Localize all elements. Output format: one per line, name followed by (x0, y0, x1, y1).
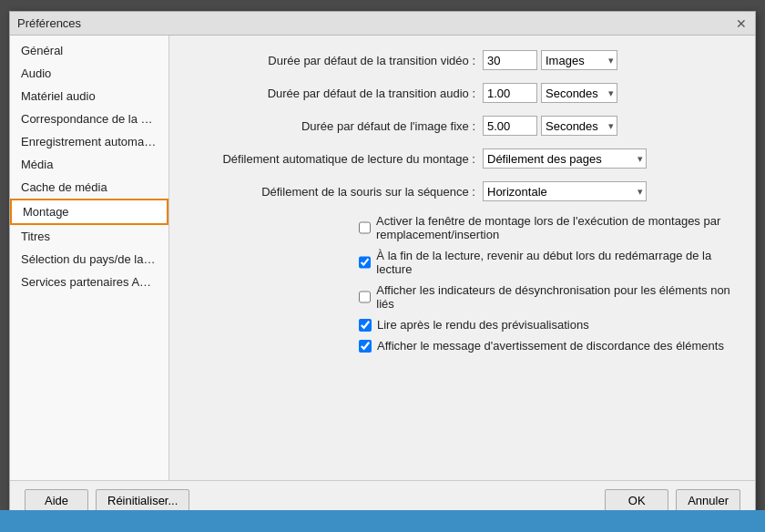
help-button[interactable]: Aide (25, 489, 88, 513)
dialog-title: Préférences (17, 16, 81, 30)
label-transition-video: Durée par défaut de la transition vidéo … (191, 54, 483, 67)
sidebar-item-cache-media[interactable]: Cache de média (10, 176, 168, 199)
label-defilement-auto: Défilement automatique de lecture du mon… (191, 152, 483, 166)
sidebar-item-selection-pays[interactable]: Sélection du pays/de la région (10, 248, 168, 271)
footer-left: Aide Réinitialiser... (25, 489, 189, 513)
checkbox-label-afficher-indicateurs: Afficher les indicateurs de désynchronis… (376, 283, 733, 311)
checkbox-label-activer-fenetre: Activer la fenêtre de montage lors de l'… (376, 214, 733, 241)
select-wrapper-image-fixe: SecondesImages (541, 116, 617, 136)
checkbox-afficher-indicateurs[interactable] (359, 291, 371, 303)
taskbar (0, 510, 765, 532)
dialog-content: GénéralAudioMatériel audioCorrespondance… (10, 36, 755, 480)
checkbox-row-afficher-message: Afficher le message d'avertissement de d… (359, 339, 733, 353)
checkbox-row-fin-lecture: À la fin de la lecture, revenir au début… (359, 249, 733, 276)
checkbox-row-activer-fenetre: Activer la fenêtre de montage lors de l'… (359, 214, 733, 241)
sidebar-item-media[interactable]: Média (10, 153, 168, 176)
form-row-defilement-souris: Défilement de la souris sur la séquence … (191, 181, 733, 201)
sidebar-item-general[interactable]: Général (10, 39, 168, 62)
checkbox-label-afficher-message: Afficher le message d'avertissement de d… (377, 339, 724, 353)
main-panel: Durée par défaut de la transition vidéo … (169, 36, 755, 480)
preferences-dialog: Préférences ✕ GénéralAudioMatériel audio… (9, 11, 756, 521)
checkbox-fin-lecture[interactable] (359, 256, 371, 269)
select-transition-audio[interactable]: SecondesImages (541, 83, 617, 103)
sidebar-item-correspondance[interactable]: Correspondance de la sortie audio (10, 107, 168, 130)
label-transition-audio: Durée par défaut de la transition audio … (191, 87, 483, 100)
select-image-fixe[interactable]: SecondesImages (541, 116, 617, 136)
checkboxes-section: Activer la fenêtre de montage lors de l'… (191, 214, 733, 353)
form-row-defilement-auto: Défilement automatique de lecture du mon… (191, 148, 733, 169)
checkbox-afficher-message[interactable] (359, 340, 372, 353)
sidebar: GénéralAudioMatériel audioCorrespondance… (10, 36, 169, 480)
form-row-image-fixe: Durée par défaut de l'image fixe :Second… (191, 116, 733, 136)
checkbox-row-afficher-indicateurs: Afficher les indicateurs de désynchronis… (359, 283, 733, 311)
title-bar: Préférences ✕ (10, 12, 755, 36)
checkbox-lire-apres[interactable] (359, 319, 372, 332)
close-button[interactable]: ✕ (735, 17, 748, 30)
input-transition-video[interactable] (483, 50, 537, 70)
checkbox-label-lire-apres: Lire après le rendu des prévisualisation… (377, 318, 589, 332)
ok-button[interactable]: OK (605, 489, 668, 513)
checkbox-row-lire-apres: Lire après le rendu des prévisualisation… (359, 318, 733, 332)
select-wrapper-defilement-souris: HorizontaleVerticale (483, 181, 647, 201)
sidebar-item-materiel-audio[interactable]: Matériel audio (10, 85, 168, 107)
input-transition-audio[interactable] (483, 83, 537, 103)
input-image-fixe[interactable] (483, 116, 537, 136)
sidebar-item-services-adobe[interactable]: Services partenaires Adobe (10, 271, 168, 293)
label-image-fixe: Durée par défaut de l'image fixe : (191, 119, 483, 133)
form-row-transition-audio: Durée par défaut de la transition audio … (191, 83, 733, 103)
checkbox-label-fin-lecture: À la fin de la lecture, revenir au début… (376, 249, 733, 276)
reset-button[interactable]: Réinitialiser... (96, 489, 189, 513)
select-wrapper-transition-audio: SecondesImages (541, 83, 617, 103)
cancel-button[interactable]: Annuler (676, 489, 740, 513)
checkbox-activer-fenetre[interactable] (359, 221, 371, 234)
sidebar-item-montage[interactable]: Montage (10, 199, 168, 225)
footer-right: OK Annuler (605, 489, 740, 513)
select-defilement-auto[interactable]: Défilement des pagesLisséAucun (483, 148, 647, 169)
sidebar-item-audio[interactable]: Audio (10, 62, 168, 85)
select-transition-video[interactable]: ImagesSecondesImages (541, 50, 617, 70)
select-defilement-souris[interactable]: HorizontaleVerticale (483, 181, 647, 201)
select-wrapper-defilement-auto: Défilement des pagesLisséAucun (483, 148, 647, 169)
select-wrapper-transition-video: ImagesSecondesImages (541, 50, 617, 70)
sidebar-item-titres[interactable]: Titres (10, 225, 168, 248)
label-defilement-souris: Défilement de la souris sur la séquence … (191, 185, 483, 199)
sidebar-item-enregistrement[interactable]: Enregistrement automatique (10, 130, 168, 153)
form-row-transition-video: Durée par défaut de la transition vidéo … (191, 50, 733, 70)
